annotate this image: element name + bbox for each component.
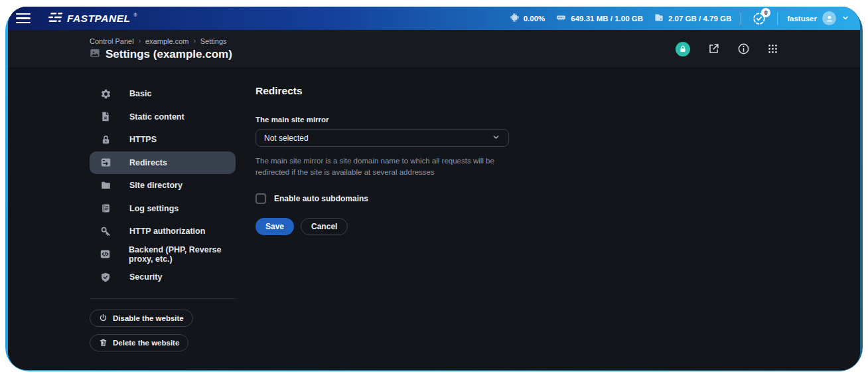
username: fastuser [787, 15, 817, 23]
breadcrumb-separator-icon: › [193, 37, 195, 45]
apps-grid-icon[interactable] [767, 43, 778, 54]
sidebar-item-https[interactable]: HTTPS [90, 128, 236, 151]
content-area: BasicStatic contentHTTPSRedirectsSite di… [8, 68, 860, 370]
delete-website-button[interactable]: Delete the website [90, 334, 188, 351]
chevron-down-icon [841, 13, 849, 25]
mirror-field-label: The main site mirror [255, 116, 509, 124]
sidebar-item-http-authorization[interactable]: HTTP authorization [90, 220, 236, 243]
resource-stats: 0.00%649.31 MB / 1.00 GB2.07 GB / 4.79 G… [510, 13, 732, 24]
user-menu[interactable]: fastuser [787, 11, 849, 25]
sidebar-item-label: HTTPS [129, 135, 157, 144]
document-icon [100, 111, 111, 123]
save-button[interactable]: Save [255, 218, 294, 235]
select-value: Not selected [264, 134, 309, 143]
sidebar-item-label: Basic [129, 89, 151, 98]
avatar [822, 11, 836, 25]
stat-value: 2.07 GB / 4.79 GB [668, 15, 731, 23]
topbar: FASTPANEL ® 0.00%649.31 MB / 1.00 GB2.07… [8, 7, 860, 30]
auto-subdomains-checkbox[interactable] [255, 193, 266, 204]
breadcrumb-item[interactable]: Control Panel [90, 37, 134, 45]
sidebar-item-basic[interactable]: Basic [90, 82, 236, 106]
settings-sidebar: BasicStatic contentHTTPSRedirectsSite di… [90, 82, 236, 370]
fastpanel-logo[interactable]: FASTPANEL ® [48, 12, 137, 25]
gear-icon [100, 88, 111, 100]
breadcrumb: Control Panel›example.com›Settings [90, 37, 232, 45]
app-panel: FASTPANEL ® 0.00%649.31 MB / 1.00 GB2.07… [8, 7, 860, 370]
logo-registered-mark: ® [134, 13, 137, 17]
topbar-divider [741, 13, 741, 25]
shield-check-icon [100, 271, 111, 283]
breadcrumb-separator-icon: › [139, 37, 141, 45]
disk-icon [654, 13, 664, 24]
topbar-divider [777, 13, 778, 25]
cpu-icon [510, 13, 520, 24]
logo-text: FASTPANEL [67, 13, 131, 25]
menu-hamburger-icon[interactable] [13, 10, 33, 27]
stat-value: 0.00% [524, 15, 545, 23]
main-site-mirror-select[interactable]: Not selected [255, 129, 509, 147]
stat-disk: 2.07 GB / 4.79 GB [654, 13, 731, 24]
page: FASTPANEL ® 0.00%649.31 MB / 1.00 GB2.07… [0, 0, 868, 378]
open-site-external-link-icon[interactable] [707, 43, 720, 55]
redirects-form: Redirects The main site mirror Not selec… [255, 82, 509, 370]
ssl-lock-icon[interactable] [676, 42, 690, 56]
sidebar-item-label: Security [129, 272, 162, 282]
breadcrumb-item[interactable]: example.com [145, 37, 188, 45]
sidebar-item-label: Static content [129, 112, 184, 122]
breadcrumb-item: Settings [200, 37, 227, 45]
site-favicon-icon [90, 48, 100, 61]
redirect-icon [100, 157, 111, 169]
auto-subdomains-label: Enable auto subdomains [274, 194, 368, 203]
trash-icon [99, 338, 108, 347]
power-icon [99, 314, 108, 322]
page-header: Control Panel›example.com›Settings Setti… [8, 30, 860, 68]
stat-ram: 649.31 MB / 1.00 GB [555, 13, 643, 24]
sidebar-item-static-content[interactable]: Static content [90, 106, 236, 129]
sidebar-item-backend-php-reverse-proxy-etc[interactable]: Backend (PHP, Reverse proxy, etc.) [90, 243, 236, 266]
ram-icon [555, 13, 567, 24]
code-icon [100, 248, 111, 260]
page-title: Settings (example.com) [106, 48, 232, 61]
sidebar-item-site-directory[interactable]: Site directory [90, 174, 236, 197]
folder-icon [100, 179, 111, 191]
sidebar-item-label: Backend (PHP, Reverse proxy, etc.) [129, 245, 236, 264]
mirror-help-text: The main site mirror is a site domain na… [255, 155, 509, 177]
key-icon [100, 225, 111, 237]
sidebar-item-label: Redirects [129, 158, 167, 167]
tasks-count-badge: 0 [761, 8, 770, 17]
auto-subdomains-row[interactable]: Enable auto subdomains [255, 193, 509, 204]
delete-website-label: Delete the website [113, 339, 179, 347]
disable-website-label: Disable the website [113, 314, 184, 322]
stat-value: 649.31 MB / 1.00 GB [571, 15, 643, 23]
stat-cpu: 0.00% [510, 13, 545, 24]
sidebar-item-security[interactable]: Security [90, 266, 236, 289]
tasks-icon[interactable]: 0 [751, 10, 768, 27]
cancel-button[interactable]: Cancel [301, 218, 348, 235]
disable-website-button[interactable]: Disable the website [90, 310, 193, 327]
lock-icon [100, 134, 111, 145]
sidebar-item-label: HTTP authorization [129, 227, 205, 236]
sidebar-item-redirects[interactable]: Redirects [90, 151, 236, 175]
sidebar-item-log-settings[interactable]: Log settings [90, 197, 236, 221]
sidebar-item-label: Log settings [129, 204, 179, 213]
chevron-down-icon [492, 133, 500, 143]
sidebar-divider [90, 298, 236, 299]
section-heading: Redirects [255, 85, 509, 97]
log-icon [100, 203, 111, 215]
sidebar-item-label: Site directory [129, 181, 182, 190]
info-icon[interactable] [737, 43, 750, 55]
logo-lines-icon [48, 12, 64, 25]
